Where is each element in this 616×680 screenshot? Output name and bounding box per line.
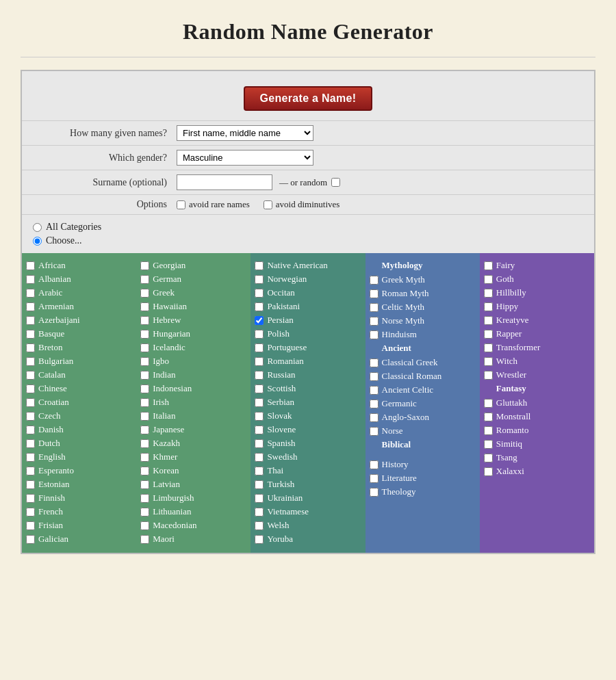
cat-checkbox-greek-myth[interactable] xyxy=(370,276,378,285)
cat-checkbox-serbian[interactable] xyxy=(255,398,264,407)
cat-checkbox-basque[interactable] xyxy=(26,330,35,339)
cat-checkbox-galician[interactable] xyxy=(26,535,35,544)
cat-checkbox-latvian[interactable] xyxy=(140,480,149,489)
cat-checkbox-occitan[interactable] xyxy=(255,289,264,298)
cat-checkbox-azerbaijani[interactable] xyxy=(26,316,35,325)
cat-checkbox-turkish[interactable] xyxy=(255,480,264,489)
random-surname-checkbox[interactable] xyxy=(331,178,340,187)
avoid-rare-label[interactable]: avoid rare names xyxy=(177,199,250,210)
cat-checkbox-french[interactable] xyxy=(26,508,35,516)
cat-checkbox-croatian[interactable] xyxy=(26,398,35,407)
cat-checkbox-swedish[interactable] xyxy=(255,453,264,462)
avoid-diminutives-checkbox[interactable] xyxy=(264,200,272,209)
cat-checkbox-romanian[interactable] xyxy=(255,357,264,366)
cat-checkbox-maori[interactable] xyxy=(140,535,149,544)
all-categories-radio[interactable] xyxy=(33,223,42,232)
given-names-select[interactable]: First name only First name, middle name … xyxy=(177,125,313,141)
cat-checkbox-spanish[interactable] xyxy=(255,439,264,448)
cat-checkbox-hippy[interactable] xyxy=(484,302,493,311)
avoid-diminutives-label[interactable]: avoid diminutives xyxy=(264,199,340,210)
generate-button[interactable]: Generate a Name! xyxy=(244,86,373,111)
cat-checkbox-indonesian[interactable] xyxy=(140,384,149,393)
cat-checkbox-indian[interactable] xyxy=(140,371,149,380)
cat-checkbox-persian[interactable] xyxy=(255,316,264,325)
cat-checkbox-pakistani[interactable] xyxy=(255,302,264,311)
cat-checkbox-kazakh[interactable] xyxy=(140,439,149,448)
cat-checkbox-english[interactable] xyxy=(26,453,35,462)
cat-checkbox-hawaiian[interactable] xyxy=(140,302,149,311)
cat-checkbox-khmer[interactable] xyxy=(140,453,149,462)
cat-checkbox-bulgarian[interactable] xyxy=(26,357,35,366)
cat-checkbox-japanese[interactable] xyxy=(140,426,149,434)
cat-checkbox-romanto[interactable] xyxy=(484,426,493,435)
cat-checkbox-goth[interactable] xyxy=(484,275,493,284)
surname-input[interactable] xyxy=(177,174,272,190)
cat-checkbox-norse-myth[interactable] xyxy=(370,317,378,326)
cat-checkbox-thai[interactable] xyxy=(255,467,264,475)
cat-checkbox-korean[interactable] xyxy=(140,467,149,475)
cat-checkbox-history[interactable] xyxy=(370,460,378,469)
cat-checkbox-vietnamese[interactable] xyxy=(255,508,264,516)
cat-checkbox-chinese[interactable] xyxy=(26,384,35,393)
cat-checkbox-portuguese[interactable] xyxy=(255,343,264,352)
cat-checkbox-wrestler[interactable] xyxy=(484,371,493,380)
cat-checkbox-russian[interactable] xyxy=(255,371,264,380)
cat-checkbox-literature[interactable] xyxy=(370,474,378,483)
cat-checkbox-norwegian[interactable] xyxy=(255,275,264,284)
avoid-rare-checkbox[interactable] xyxy=(177,200,185,209)
cat-checkbox-albanian[interactable] xyxy=(26,275,35,284)
cat-checkbox-lithuanian[interactable] xyxy=(140,508,149,516)
cat-checkbox-hebrew[interactable] xyxy=(140,316,149,325)
cat-checkbox-danish[interactable] xyxy=(26,426,35,434)
cat-checkbox-hungarian[interactable] xyxy=(140,330,149,339)
cat-checkbox-ukrainian[interactable] xyxy=(255,494,264,503)
cat-checkbox-simitiq[interactable] xyxy=(484,440,493,449)
cat-checkbox-igbo[interactable] xyxy=(140,357,149,366)
cat-checkbox-italian[interactable] xyxy=(140,412,149,421)
cat-checkbox-monstrall[interactable] xyxy=(484,413,493,421)
cat-checkbox-macedonian[interactable] xyxy=(140,521,149,530)
cat-checkbox-kreatyve[interactable] xyxy=(484,316,493,325)
cat-checkbox-gluttakh[interactable] xyxy=(484,399,493,408)
cat-checkbox-ancient-celtic[interactable] xyxy=(370,386,378,395)
cat-checkbox-armenian[interactable] xyxy=(26,302,35,311)
cat-checkbox-slovak[interactable] xyxy=(255,412,264,421)
cat-checkbox-breton[interactable] xyxy=(26,343,35,352)
cat-checkbox-rapper[interactable] xyxy=(484,330,493,339)
gender-select[interactable]: Masculine Feminine Either xyxy=(177,150,313,166)
cat-checkbox-arabic[interactable] xyxy=(26,289,35,298)
cat-checkbox-dutch[interactable] xyxy=(26,439,35,448)
cat-checkbox-theology[interactable] xyxy=(370,488,378,497)
cat-checkbox-anglo-saxon[interactable] xyxy=(370,413,378,422)
cat-checkbox-finnish[interactable] xyxy=(26,494,35,503)
cat-checkbox-frisian[interactable] xyxy=(26,521,35,530)
choose-label[interactable]: Choose... xyxy=(33,235,583,246)
cat-checkbox-czech[interactable] xyxy=(26,412,35,421)
cat-checkbox-roman-myth[interactable] xyxy=(370,289,378,298)
cat-checkbox-tsang[interactable] xyxy=(484,454,493,462)
cat-checkbox-welsh[interactable] xyxy=(255,521,264,530)
cat-checkbox-transformer[interactable] xyxy=(484,343,493,352)
cat-checkbox-classical-greek[interactable] xyxy=(370,358,378,367)
cat-checkbox-xalaxxi[interactable] xyxy=(484,467,493,476)
cat-checkbox-celtic-myth[interactable] xyxy=(370,303,378,312)
cat-checkbox-georgian[interactable] xyxy=(140,261,149,270)
cat-checkbox-classical-roman[interactable] xyxy=(370,372,378,381)
cat-checkbox-estonian[interactable] xyxy=(26,480,35,489)
cat-checkbox-irish[interactable] xyxy=(140,398,149,407)
cat-checkbox-esperanto[interactable] xyxy=(26,467,35,475)
choose-radio[interactable] xyxy=(33,237,42,246)
cat-checkbox-germanic[interactable] xyxy=(370,400,378,408)
cat-checkbox-polish[interactable] xyxy=(255,330,264,339)
cat-checkbox-yoruba[interactable] xyxy=(255,535,264,544)
cat-checkbox-icelandic[interactable] xyxy=(140,343,149,352)
cat-checkbox-native-american[interactable] xyxy=(255,261,264,270)
all-categories-label[interactable]: All Categories xyxy=(33,222,583,233)
cat-checkbox-german[interactable] xyxy=(140,275,149,284)
cat-checkbox-limburgish[interactable] xyxy=(140,494,149,503)
cat-checkbox-catalan[interactable] xyxy=(26,371,35,380)
cat-checkbox-hinduism[interactable] xyxy=(370,330,378,339)
cat-checkbox-fairy[interactable] xyxy=(484,261,493,270)
cat-checkbox-norse[interactable] xyxy=(370,427,378,436)
cat-checkbox-witch[interactable] xyxy=(484,357,493,366)
